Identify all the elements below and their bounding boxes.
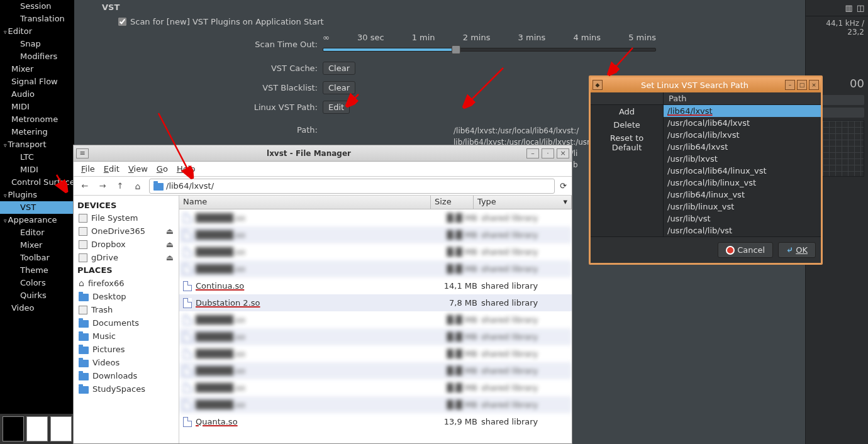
cancel-button[interactable]: Cancel (718, 242, 773, 258)
sp-path-item[interactable]: /usr/lib/vst (664, 213, 821, 225)
sp-path-item[interactable]: /usr/lib64/lxvst (664, 141, 821, 153)
sidebar-item-audio[interactable]: Audio (0, 88, 74, 101)
sidebar-item-transport[interactable]: Transport (0, 138, 74, 151)
close-button[interactable]: × (557, 148, 569, 158)
location-bar[interactable]: /lib64/lxvst/ (149, 179, 555, 194)
file-row[interactable]: ██████.so█,█ MBshared library (179, 209, 572, 226)
fm-side-music[interactable]: Music (74, 330, 179, 343)
file-row[interactable]: ██████.so█,█ MBshared library (179, 243, 572, 260)
sidebar-item-editor[interactable]: Editor (0, 25, 74, 38)
window-menu-icon[interactable]: ≡ (76, 148, 89, 158)
file-row[interactable]: ██████.so█,█ MBshared library (179, 260, 572, 277)
sp-titlebar[interactable]: ◆ Set Linux VST Search Path – □ × (591, 77, 821, 92)
menu-edit[interactable]: Edit (100, 163, 123, 175)
close-button[interactable]: × (809, 80, 819, 90)
file-row[interactable]: ██████.so█,█ MBshared library (179, 328, 572, 345)
file-row[interactable]: Quanta.so13,9 MBshared library (179, 413, 572, 430)
sp-path-item[interactable]: /usr/local/lib64/lxvst (664, 117, 821, 129)
edit-path-button[interactable]: Edit (323, 101, 350, 114)
thumb[interactable] (50, 416, 72, 441)
sidebar-item-quirks[interactable]: Quirks (0, 289, 74, 302)
col-name[interactable]: Name (179, 196, 431, 209)
thumb[interactable] (26, 416, 48, 441)
sidebar-item-control-surfaces[interactable]: Control Surfaces (0, 176, 74, 189)
sidebar-item-theme[interactable]: Theme (0, 264, 74, 277)
fm-side-studyspaces[interactable]: StudySpaces (74, 382, 179, 396)
file-row[interactable]: ██████.so█,█ MBshared library (179, 345, 572, 362)
maximize-button[interactable]: · (542, 148, 554, 158)
sp-path-item[interactable]: /usr/lib64/linux_vst (664, 189, 821, 201)
sidebar-item-editor[interactable]: Editor (0, 226, 74, 239)
sidebar-item-modifiers[interactable]: Modifiers (0, 50, 74, 63)
sp-path-item[interactable]: /usr/local/lib/lxvst (664, 129, 821, 141)
fm-side-downloads[interactable]: Downloads (74, 369, 179, 382)
sidebar-item-midi[interactable]: MIDI (0, 164, 74, 176)
slider-thumb[interactable] (452, 45, 460, 54)
scan-checkbox-row[interactable]: Scan for [new] VST Plugins on Applicatio… (118, 17, 805, 26)
sidebar-item-video[interactable]: Video (0, 302, 74, 314)
scan-on-start-checkbox[interactable] (118, 18, 126, 26)
sidebar-item-translation[interactable]: Translation (0, 13, 74, 25)
col-type[interactable]: Type▾ (474, 196, 572, 209)
ok-button[interactable]: OK (778, 242, 816, 258)
sidebar-item-session[interactable]: Session (0, 0, 74, 13)
sidebar-item-colors[interactable]: Colors (0, 277, 74, 289)
sidebar-item-mixer[interactable]: Mixer (0, 63, 74, 75)
home-button[interactable] (131, 180, 144, 192)
clear-cache-button[interactable]: Clear (323, 62, 355, 75)
sidebar-item-ltc[interactable]: LTC (0, 151, 74, 164)
clear-blacklist-button[interactable]: Clear (323, 81, 355, 94)
file-row[interactable]: ██████.so█,█ MBshared library (179, 226, 572, 243)
sp-path-item[interactable]: /lib64/lxvst (664, 105, 821, 117)
sp-path-item[interactable]: /usr/local/lib/linux_vst (664, 177, 821, 189)
fm-side-documents[interactable]: Documents (74, 316, 179, 330)
sidebar-item-metronome[interactable]: Metronome (0, 113, 74, 126)
sp-reset-to-default-button[interactable]: Reset to Default (591, 131, 663, 154)
sp-path-item[interactable]: /usr/lib/lxvst (664, 153, 821, 165)
file-row[interactable]: ██████.so█,█ MBshared library (179, 362, 572, 379)
up-button[interactable]: ↑ (114, 180, 126, 192)
fm-side-videos[interactable]: Videos (74, 356, 179, 369)
slider-track[interactable] (323, 48, 656, 52)
maximize-button[interactable]: □ (797, 80, 807, 90)
file-row[interactable]: ██████.so█,█ MBshared library (179, 396, 572, 413)
file-row[interactable]: ██████.so█,█ MBshared library (179, 311, 572, 328)
sidebar-item-signal-flow[interactable]: Signal Flow (0, 75, 74, 88)
file-row[interactable]: ██████.so█,█ MBshared library (179, 379, 572, 396)
fm-side-trash[interactable]: Trash (74, 303, 179, 316)
sp-add-button[interactable]: Add (591, 105, 663, 118)
fm-side-onedrive365[interactable]: OneDrive365⏏ (74, 225, 179, 238)
fm-titlebar[interactable]: ≡ lxvst - File Manager – · × (74, 145, 572, 162)
menu-view[interactable]: View (125, 163, 152, 175)
fm-side-desktop[interactable]: Desktop (74, 290, 179, 303)
fm-side-file-system[interactable]: File System (74, 211, 179, 225)
fm-side-firefox66[interactable]: firefox66 (74, 276, 179, 290)
sidebar-item-metering[interactable]: Metering (0, 126, 74, 138)
sidebar-item-midi[interactable]: MIDI (0, 101, 74, 113)
menu-help[interactable]: Help (173, 163, 199, 175)
sidebar-item-toolbar[interactable]: Toolbar (0, 252, 74, 264)
eject-icon[interactable]: ⏏ (166, 240, 174, 249)
refresh-button[interactable]: ⟳ (560, 181, 567, 191)
minimize-button[interactable]: – (785, 80, 795, 90)
layout-icon[interactable]: ◫ (857, 3, 864, 13)
sp-path-item[interactable]: /usr/lib/linux_vst (664, 201, 821, 213)
forward-button[interactable]: → (96, 180, 109, 192)
sidebar-item-appearance[interactable]: Appearance (0, 214, 74, 226)
file-row[interactable]: Continua.so14,1 MBshared library (179, 277, 572, 294)
back-button[interactable]: ← (79, 180, 91, 192)
thumb[interactable] (3, 416, 24, 441)
menu-go[interactable]: Go (153, 163, 172, 175)
fm-side-dropbox[interactable]: Dropbox⏏ (74, 238, 179, 251)
fm-side-pictures[interactable]: Pictures (74, 343, 179, 356)
sidebar-item-vst[interactable]: VST (0, 201, 74, 214)
sidebar-item-mixer[interactable]: Mixer (0, 239, 74, 252)
timeout-slider[interactable]: ∞30 sec1 min2 mins3 mins4 mins5 mins (323, 33, 656, 55)
eject-icon[interactable]: ⏏ (166, 226, 174, 236)
menu-file[interactable]: File (77, 163, 99, 175)
sp-path-item[interactable]: /usr/local/lib/vst (664, 225, 821, 236)
col-size[interactable]: Size (431, 196, 474, 209)
file-row[interactable]: Dubstation 2.so7,8 MBshared library (179, 294, 572, 311)
fm-side-gdrive[interactable]: gDrive⏏ (74, 251, 179, 264)
sidebar-item-snap[interactable]: Snap (0, 38, 74, 50)
